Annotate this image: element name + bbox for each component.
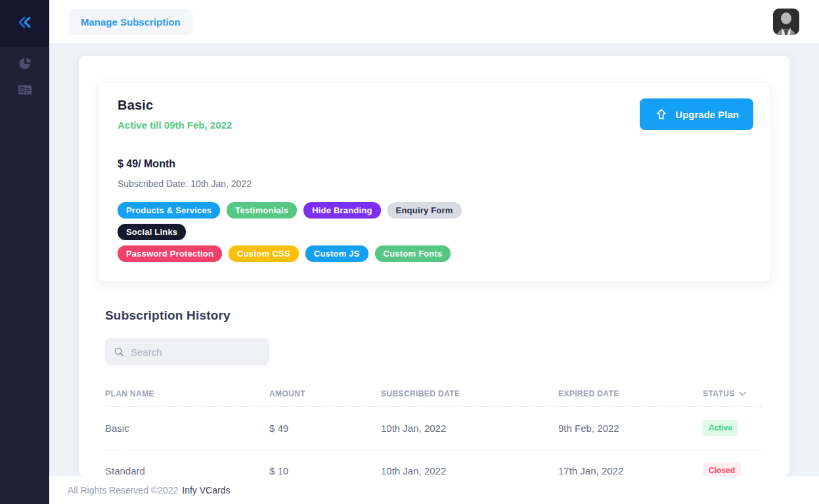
copyright-text: All Rights Reserved ©2022	[68, 485, 178, 495]
column-header-amount: AMOUNT	[269, 389, 381, 398]
column-header-subscribed-date: SUBSCRIBED DATE	[381, 389, 558, 398]
status-header-label: STATUS	[703, 389, 735, 398]
cell-subscribed-date: 10th Jan, 2022	[381, 465, 558, 476]
feature-badge: Enquiry Form	[387, 202, 462, 219]
feature-badge: Custom CSS	[229, 245, 299, 262]
feature-badge: Custom JS	[305, 245, 368, 262]
cell-expired-date: 17th Jan, 2022	[558, 465, 703, 476]
plan-feature-badges: Products & Services Testimonials Hide Br…	[118, 202, 512, 262]
user-avatar[interactable]	[773, 9, 799, 35]
main-column: Manage Subscription Basic Active till 09…	[49, 0, 819, 504]
table-header-row: PLAN NAME AMOUNT SUBSCRIBED DATE EXPIRED…	[105, 380, 762, 406]
app-window: Manage Subscription Basic Active till 09…	[0, 0, 819, 504]
search-icon	[113, 346, 125, 358]
footer: All Rights Reserved ©2022 Infy VCards	[49, 476, 819, 504]
upgrade-plan-label: Upgrade Plan	[675, 109, 739, 120]
cell-plan-name: Standard	[105, 465, 269, 476]
status-badge: Active	[703, 420, 738, 436]
topbar: Manage Subscription	[49, 0, 819, 43]
upgrade-plan-button[interactable]: Upgrade Plan	[640, 98, 753, 130]
cell-amount: $ 10	[269, 465, 381, 476]
sidebar-collapse-button[interactable]	[14, 14, 36, 32]
feature-badge: Custom Fonts	[375, 245, 451, 262]
content-area: Basic Active till 09th Feb, 2022 Upgrade…	[49, 43, 819, 476]
upgrade-arrow-icon	[654, 107, 669, 121]
column-header-status[interactable]: STATUS	[703, 389, 762, 398]
feature-badge: Products & Services	[118, 202, 220, 219]
cell-subscribed-date: 10th Jan, 2022	[381, 423, 558, 434]
sidebar-header	[0, 0, 49, 47]
search-input[interactable]	[131, 346, 249, 358]
feature-badge: Testimonials	[227, 202, 297, 219]
manage-subscription-button[interactable]: Manage Subscription	[69, 9, 192, 35]
table-row: Basic $ 49 10th Jan, 2022 9th Feb, 2022 …	[105, 406, 762, 449]
table-row: Standard $ 10 10th Jan, 2022 17th Jan, 2…	[105, 449, 762, 476]
id-card-icon	[17, 82, 33, 100]
sidebar-item-dashboard[interactable]	[0, 52, 49, 78]
plan-price: $ 49/ Month	[118, 158, 753, 170]
cell-plan-name: Basic	[105, 423, 269, 434]
status-badge: Closed	[703, 463, 741, 476]
feature-badge: Hide Branding	[303, 202, 380, 219]
column-header-expired-date: EXPIRED DATE	[558, 389, 703, 398]
search-box	[105, 338, 269, 366]
feature-badge: Password Protection	[118, 245, 222, 262]
cell-expired-date: 9th Feb, 2022	[558, 423, 703, 434]
subscription-history-table: PLAN NAME AMOUNT SUBSCRIBED DATE EXPIRED…	[105, 380, 762, 476]
double-chevron-left-icon	[16, 15, 33, 32]
current-plan-card: Basic Active till 09th Feb, 2022 Upgrade…	[97, 81, 771, 282]
subscription-history-section: Subscription History PLAN NAME	[105, 308, 762, 476]
feature-badge: Social Links	[118, 224, 186, 240]
pie-chart-icon	[18, 56, 32, 74]
plan-subscribed-date: Subscribed Date: 10th Jan, 2022	[118, 178, 753, 189]
sidebar-nav	[0, 47, 49, 104]
sidebar	[0, 0, 49, 504]
cell-amount: $ 49	[269, 423, 381, 434]
subscription-history-title: Subscription History	[105, 308, 762, 323]
brand-link[interactable]: Infy VCards	[182, 485, 230, 495]
subscription-panel: Basic Active till 09th Feb, 2022 Upgrade…	[79, 56, 789, 476]
column-header-plan-name: PLAN NAME	[105, 389, 269, 398]
sidebar-item-vcards[interactable]	[0, 78, 49, 104]
chevron-down-icon	[739, 392, 746, 396]
